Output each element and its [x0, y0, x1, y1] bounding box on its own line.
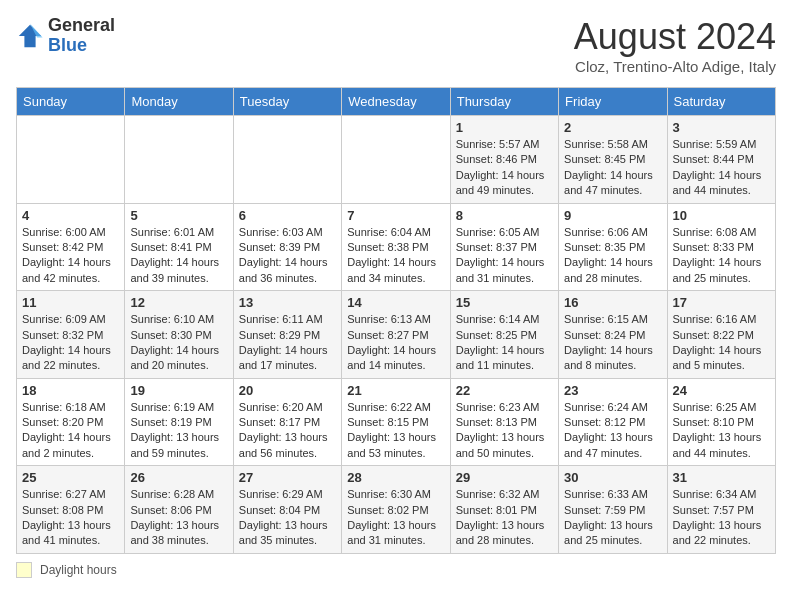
calendar-day-cell: 18Sunrise: 6:18 AM Sunset: 8:20 PM Dayli…: [17, 378, 125, 466]
day-info: Sunrise: 6:05 AM Sunset: 8:37 PM Dayligh…: [456, 225, 553, 287]
day-number: 19: [130, 383, 227, 398]
location-subtitle: Cloz, Trentino-Alto Adige, Italy: [574, 58, 776, 75]
day-info: Sunrise: 6:01 AM Sunset: 8:41 PM Dayligh…: [130, 225, 227, 287]
calendar-day-cell: 11Sunrise: 6:09 AM Sunset: 8:32 PM Dayli…: [17, 291, 125, 379]
day-number: 1: [456, 120, 553, 135]
day-info: Sunrise: 6:14 AM Sunset: 8:25 PM Dayligh…: [456, 312, 553, 374]
calendar-day-cell: 12Sunrise: 6:10 AM Sunset: 8:30 PM Dayli…: [125, 291, 233, 379]
calendar-day-header: Saturday: [667, 88, 775, 116]
calendar-week-row: 11Sunrise: 6:09 AM Sunset: 8:32 PM Dayli…: [17, 291, 776, 379]
day-number: 29: [456, 470, 553, 485]
calendar-week-row: 1Sunrise: 5:57 AM Sunset: 8:46 PM Daylig…: [17, 116, 776, 204]
calendar-day-header: Sunday: [17, 88, 125, 116]
day-number: 13: [239, 295, 336, 310]
calendar-header-row: SundayMondayTuesdayWednesdayThursdayFrid…: [17, 88, 776, 116]
calendar-day-header: Monday: [125, 88, 233, 116]
calendar-day-cell: 2Sunrise: 5:58 AM Sunset: 8:45 PM Daylig…: [559, 116, 667, 204]
day-number: 9: [564, 208, 661, 223]
day-info: Sunrise: 6:33 AM Sunset: 7:59 PM Dayligh…: [564, 487, 661, 549]
day-number: 30: [564, 470, 661, 485]
calendar-day-cell: 21Sunrise: 6:22 AM Sunset: 8:15 PM Dayli…: [342, 378, 450, 466]
calendar-week-row: 4Sunrise: 6:00 AM Sunset: 8:42 PM Daylig…: [17, 203, 776, 291]
legend: Daylight hours: [16, 562, 776, 578]
day-info: Sunrise: 6:09 AM Sunset: 8:32 PM Dayligh…: [22, 312, 119, 374]
calendar-day-cell: 15Sunrise: 6:14 AM Sunset: 8:25 PM Dayli…: [450, 291, 558, 379]
day-number: 17: [673, 295, 770, 310]
calendar-day-header: Thursday: [450, 88, 558, 116]
calendar-day-cell: [233, 116, 341, 204]
calendar-day-cell: 25Sunrise: 6:27 AM Sunset: 8:08 PM Dayli…: [17, 466, 125, 554]
day-info: Sunrise: 6:20 AM Sunset: 8:17 PM Dayligh…: [239, 400, 336, 462]
day-info: Sunrise: 6:10 AM Sunset: 8:30 PM Dayligh…: [130, 312, 227, 374]
calendar-day-cell: 5Sunrise: 6:01 AM Sunset: 8:41 PM Daylig…: [125, 203, 233, 291]
calendar-day-cell: 6Sunrise: 6:03 AM Sunset: 8:39 PM Daylig…: [233, 203, 341, 291]
day-info: Sunrise: 6:19 AM Sunset: 8:19 PM Dayligh…: [130, 400, 227, 462]
day-number: 10: [673, 208, 770, 223]
day-number: 12: [130, 295, 227, 310]
day-number: 4: [22, 208, 119, 223]
day-number: 27: [239, 470, 336, 485]
calendar-day-cell: 28Sunrise: 6:30 AM Sunset: 8:02 PM Dayli…: [342, 466, 450, 554]
calendar-day-cell: 13Sunrise: 6:11 AM Sunset: 8:29 PM Dayli…: [233, 291, 341, 379]
day-number: 26: [130, 470, 227, 485]
calendar-table: SundayMondayTuesdayWednesdayThursdayFrid…: [16, 87, 776, 554]
calendar-week-row: 25Sunrise: 6:27 AM Sunset: 8:08 PM Dayli…: [17, 466, 776, 554]
day-info: Sunrise: 6:25 AM Sunset: 8:10 PM Dayligh…: [673, 400, 770, 462]
logo-blue-text: Blue: [48, 35, 87, 55]
day-number: 25: [22, 470, 119, 485]
day-info: Sunrise: 6:32 AM Sunset: 8:01 PM Dayligh…: [456, 487, 553, 549]
day-number: 11: [22, 295, 119, 310]
day-info: Sunrise: 6:24 AM Sunset: 8:12 PM Dayligh…: [564, 400, 661, 462]
logo: General Blue: [16, 16, 115, 56]
day-info: Sunrise: 6:23 AM Sunset: 8:13 PM Dayligh…: [456, 400, 553, 462]
day-info: Sunrise: 6:18 AM Sunset: 8:20 PM Dayligh…: [22, 400, 119, 462]
calendar-day-cell: 19Sunrise: 6:19 AM Sunset: 8:19 PM Dayli…: [125, 378, 233, 466]
calendar-week-row: 18Sunrise: 6:18 AM Sunset: 8:20 PM Dayli…: [17, 378, 776, 466]
legend-label: Daylight hours: [40, 563, 117, 577]
day-number: 7: [347, 208, 444, 223]
calendar-day-cell: 31Sunrise: 6:34 AM Sunset: 7:57 PM Dayli…: [667, 466, 775, 554]
calendar-day-cell: 30Sunrise: 6:33 AM Sunset: 7:59 PM Dayli…: [559, 466, 667, 554]
calendar-day-cell: 26Sunrise: 6:28 AM Sunset: 8:06 PM Dayli…: [125, 466, 233, 554]
day-info: Sunrise: 6:34 AM Sunset: 7:57 PM Dayligh…: [673, 487, 770, 549]
calendar-day-cell: 16Sunrise: 6:15 AM Sunset: 8:24 PM Dayli…: [559, 291, 667, 379]
calendar-day-cell: 4Sunrise: 6:00 AM Sunset: 8:42 PM Daylig…: [17, 203, 125, 291]
day-info: Sunrise: 5:59 AM Sunset: 8:44 PM Dayligh…: [673, 137, 770, 199]
calendar-day-cell: [342, 116, 450, 204]
day-info: Sunrise: 6:04 AM Sunset: 8:38 PM Dayligh…: [347, 225, 444, 287]
calendar-day-cell: 17Sunrise: 6:16 AM Sunset: 8:22 PM Dayli…: [667, 291, 775, 379]
calendar-day-cell: 9Sunrise: 6:06 AM Sunset: 8:35 PM Daylig…: [559, 203, 667, 291]
day-number: 31: [673, 470, 770, 485]
calendar-day-cell: 23Sunrise: 6:24 AM Sunset: 8:12 PM Dayli…: [559, 378, 667, 466]
day-number: 20: [239, 383, 336, 398]
calendar-day-cell: 7Sunrise: 6:04 AM Sunset: 8:38 PM Daylig…: [342, 203, 450, 291]
month-title: August 2024: [574, 16, 776, 58]
calendar-day-cell: 14Sunrise: 6:13 AM Sunset: 8:27 PM Dayli…: [342, 291, 450, 379]
day-info: Sunrise: 6:22 AM Sunset: 8:15 PM Dayligh…: [347, 400, 444, 462]
day-number: 14: [347, 295, 444, 310]
day-number: 3: [673, 120, 770, 135]
day-info: Sunrise: 6:16 AM Sunset: 8:22 PM Dayligh…: [673, 312, 770, 374]
calendar-day-cell: [125, 116, 233, 204]
calendar-day-cell: 24Sunrise: 6:25 AM Sunset: 8:10 PM Dayli…: [667, 378, 775, 466]
calendar-day-header: Wednesday: [342, 88, 450, 116]
calendar-day-cell: 8Sunrise: 6:05 AM Sunset: 8:37 PM Daylig…: [450, 203, 558, 291]
calendar-day-header: Friday: [559, 88, 667, 116]
day-number: 5: [130, 208, 227, 223]
logo-icon: [16, 22, 44, 50]
day-info: Sunrise: 5:57 AM Sunset: 8:46 PM Dayligh…: [456, 137, 553, 199]
day-number: 23: [564, 383, 661, 398]
day-info: Sunrise: 6:28 AM Sunset: 8:06 PM Dayligh…: [130, 487, 227, 549]
calendar-day-cell: 20Sunrise: 6:20 AM Sunset: 8:17 PM Dayli…: [233, 378, 341, 466]
calendar-day-cell: 29Sunrise: 6:32 AM Sunset: 8:01 PM Dayli…: [450, 466, 558, 554]
day-info: Sunrise: 6:00 AM Sunset: 8:42 PM Dayligh…: [22, 225, 119, 287]
day-number: 28: [347, 470, 444, 485]
day-info: Sunrise: 6:08 AM Sunset: 8:33 PM Dayligh…: [673, 225, 770, 287]
title-block: August 2024 Cloz, Trentino-Alto Adige, I…: [574, 16, 776, 75]
day-number: 8: [456, 208, 553, 223]
legend-box: [16, 562, 32, 578]
day-number: 18: [22, 383, 119, 398]
calendar-day-cell: 27Sunrise: 6:29 AM Sunset: 8:04 PM Dayli…: [233, 466, 341, 554]
day-number: 21: [347, 383, 444, 398]
calendar-day-cell: [17, 116, 125, 204]
